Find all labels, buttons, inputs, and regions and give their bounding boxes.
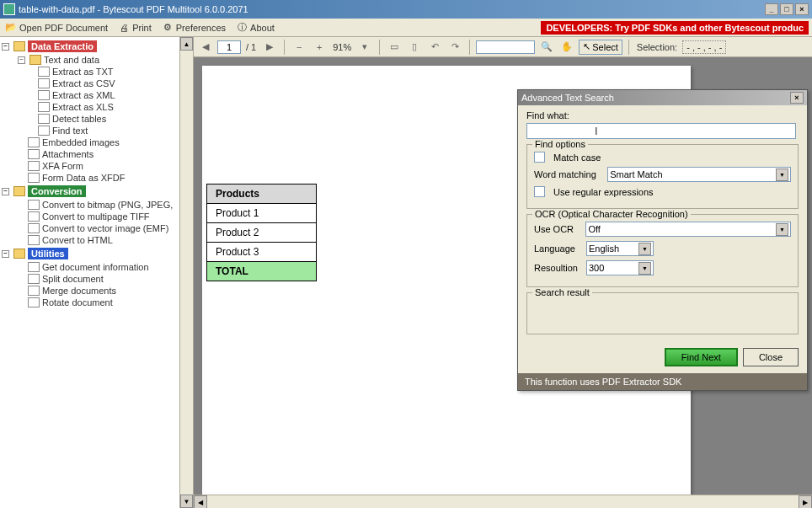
folder-icon [13, 41, 25, 51]
print-menu[interactable]: 🖨Print [116, 22, 153, 34]
find-what-input[interactable]: I [526, 123, 796, 139]
scroll-right-icon[interactable]: ▶ [799, 495, 812, 508]
folder-open-icon: 📂 [5, 22, 17, 34]
next-page-button[interactable]: ▶ [261, 40, 278, 55]
search-icon [38, 126, 50, 136]
tree-detect-tables[interactable]: Detect tables [0, 113, 193, 125]
html-icon [28, 235, 40, 245]
tree-scrollbar[interactable]: ▲ ▼ [179, 37, 193, 508]
maximize-button[interactable]: □ [780, 3, 793, 15]
tree-convert-emf[interactable]: Convert to vector image (EMF) [0, 222, 193, 234]
dialog-close-button[interactable]: × [790, 92, 804, 104]
pdf-content-table: Products Product 1 Product 2 Product 3 T… [206, 184, 317, 281]
doc-hscrollbar[interactable]: ◀ ▶ [194, 495, 812, 508]
image-icon [28, 200, 40, 210]
open-pdf-menu[interactable]: 📂Open PDF Document [3, 22, 110, 34]
tree-xfa-form[interactable]: XFA Form [0, 160, 193, 172]
folder-icon [29, 55, 41, 65]
search-result-group: Search result [526, 292, 799, 334]
find-options-group: Find options Match case Word matchingSma… [526, 144, 799, 209]
quick-search-input[interactable] [476, 40, 535, 54]
dialog-title: Advanced Text Search [521, 93, 614, 103]
tree-split[interactable]: Split document [0, 273, 193, 285]
minimize-button[interactable]: _ [765, 3, 778, 15]
search-result-legend: Search result [532, 287, 592, 297]
tree-text-and-data[interactable]: −Text and data [0, 54, 193, 66]
tree-extract-xls[interactable]: Extract as XLS [0, 101, 193, 113]
cursor-icon: ↖ [583, 41, 590, 52]
tree-embedded-images[interactable]: Embedded images [0, 136, 193, 148]
page-total: / 1 [244, 42, 258, 52]
find-options-legend: Find options [532, 139, 588, 149]
tree-doc-info[interactable]: Get document information [0, 261, 193, 273]
tree-find-text[interactable]: Find text [0, 125, 193, 136]
tree-rotate[interactable]: Rotate document [0, 297, 193, 308]
tree-xfdf[interactable]: Form Data as XFDF [0, 172, 193, 184]
tree-convert-bitmap[interactable]: Convert to bitmap (PNG, JPEG, [0, 199, 193, 211]
prefs-label: Preferences [176, 23, 226, 33]
zoom-dropdown[interactable]: ▾ [356, 40, 373, 55]
hand-tool-button[interactable]: ✋ [558, 40, 575, 55]
developer-banner[interactable]: DEVELOPERS: Try PDF SDKs and other Bytes… [541, 21, 809, 35]
window-title: table-with-data.pdf - Bytescout PDF Mult… [19, 4, 765, 14]
page-number-input[interactable] [217, 40, 241, 54]
selection-label: Selection: [635, 42, 679, 52]
open-label: Open PDF Document [19, 23, 108, 33]
tree-cat-data-extraction[interactable]: −Data Extractio [0, 39, 193, 54]
tree-attachments[interactable]: Attachments [0, 148, 193, 160]
tree-convert-html[interactable]: Convert to HTML [0, 234, 193, 246]
about-menu[interactable]: ⓘAbout [234, 22, 276, 34]
tree-convert-tiff[interactable]: Convert to multipage TIFF [0, 211, 193, 222]
tree-cat-conversion[interactable]: −Conversion [0, 184, 193, 199]
find-next-button[interactable]: Find Next [665, 348, 738, 366]
table-cell: Product 3 [207, 243, 317, 262]
form-icon [28, 173, 40, 183]
advanced-search-dialog: Advanced Text Search × Find what: I Find… [517, 89, 808, 391]
tree-extract-csv[interactable]: Extract as CSV [0, 78, 193, 89]
select-tool-button[interactable]: ↖Select [579, 40, 622, 55]
tree-merge[interactable]: Merge documents [0, 285, 193, 297]
tree: −Data Extractio −Text and data Extract a… [0, 37, 193, 310]
scroll-up-icon[interactable]: ▲ [180, 37, 193, 51]
tree-extract-txt[interactable]: Extract as TXT [0, 66, 193, 78]
dialog-close-button-2[interactable]: Close [743, 348, 799, 366]
find-what-label: Find what: [526, 110, 799, 120]
binoculars-icon[interactable]: 🔍 [538, 40, 555, 55]
fit-width-button[interactable]: ▯ [406, 40, 423, 55]
csv-icon [38, 78, 50, 88]
info-icon [28, 262, 40, 272]
match-case-label: Match case [553, 152, 601, 163]
table-total: TOTAL [207, 262, 317, 281]
use-regex-checkbox[interactable] [534, 186, 545, 197]
scroll-left-icon[interactable]: ◀ [194, 495, 207, 508]
tree-cat-utilities[interactable]: −Utilities [0, 246, 193, 261]
language-label: Language [534, 243, 581, 254]
chevron-down-icon: ▼ [776, 223, 788, 236]
selection-coords: - , - , - , - [682, 40, 726, 54]
dialog-title-bar[interactable]: Advanced Text Search × [518, 90, 807, 105]
close-window-button[interactable]: × [795, 3, 809, 15]
preferences-menu[interactable]: ⚙Preferences [160, 22, 227, 34]
merge-icon [28, 286, 40, 296]
title-bar: table-with-data.pdf - Bytescout PDF Mult… [0, 0, 812, 19]
info-icon: ⓘ [236, 22, 248, 34]
tree-extract-xml[interactable]: Extract as XML [0, 89, 193, 101]
chevron-down-icon: ▼ [638, 262, 651, 275]
scroll-down-icon[interactable]: ▼ [180, 495, 193, 508]
language-select[interactable]: English▼ [586, 241, 654, 256]
zoom-out-button[interactable]: − [291, 40, 307, 55]
menu-bar: 📂Open PDF Document 🖨Print ⚙Preferences ⓘ… [0, 19, 812, 37]
word-matching-select[interactable]: Smart Match▼ [607, 167, 791, 182]
attachment-icon [28, 149, 40, 159]
use-ocr-select[interactable]: Off▼ [585, 222, 791, 237]
xml-icon [38, 90, 50, 100]
rotate-icon [28, 297, 40, 307]
match-case-checkbox[interactable] [534, 152, 545, 163]
resolution-select[interactable]: 300▼ [586, 260, 654, 275]
fit-page-button[interactable]: ▭ [386, 40, 403, 55]
prev-page-button[interactable]: ◀ [197, 40, 214, 55]
rotate-right-button[interactable]: ↷ [446, 40, 463, 55]
zoom-in-button[interactable]: + [311, 40, 328, 55]
app-icon [3, 3, 15, 15]
rotate-left-button[interactable]: ↶ [426, 40, 443, 55]
